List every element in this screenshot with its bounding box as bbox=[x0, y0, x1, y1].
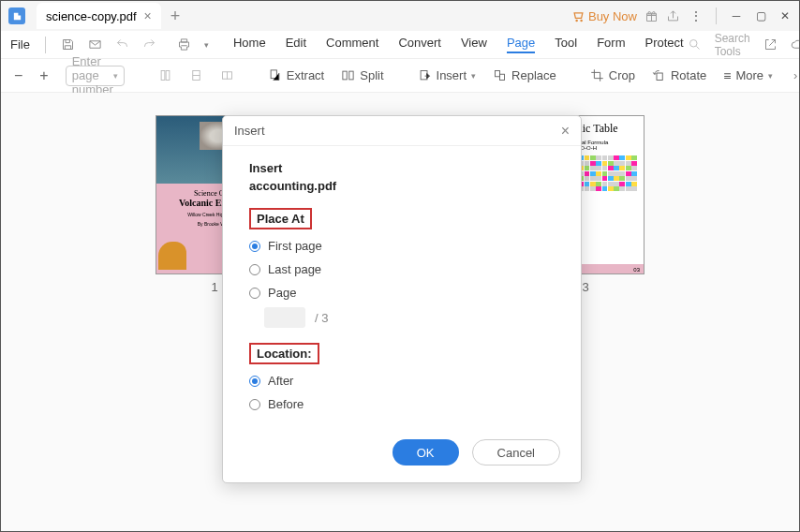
location-label: Location: bbox=[249, 343, 319, 364]
document-tab[interactable]: science-copy.pdf × bbox=[37, 3, 161, 29]
svg-rect-11 bbox=[657, 73, 662, 81]
tab-form[interactable]: Form bbox=[597, 36, 625, 53]
radio-first-page[interactable]: First page bbox=[249, 239, 555, 253]
tab-title: science-copy.pdf bbox=[46, 9, 137, 23]
dialog-title: Insert bbox=[234, 124, 265, 138]
svg-rect-6 bbox=[343, 71, 347, 80]
app-icon bbox=[8, 7, 25, 24]
page-number-label: 3 bbox=[582, 280, 588, 294]
page-number-input[interactable]: Enter page number ▾ bbox=[66, 66, 125, 86]
redo-icon[interactable] bbox=[142, 37, 156, 52]
chevron-down-icon: ▾ bbox=[113, 71, 118, 81]
svg-point-0 bbox=[689, 40, 697, 48]
tab-tool[interactable]: Tool bbox=[555, 36, 577, 53]
save-icon[interactable] bbox=[61, 37, 75, 52]
minimize-button[interactable]: ─ bbox=[728, 7, 745, 24]
crop-button[interactable]: Crop bbox=[590, 68, 635, 82]
insert-filename: accounting.pdf bbox=[249, 179, 555, 193]
search-tools-placeholder[interactable]: Search Tools bbox=[715, 32, 750, 58]
rotate-button[interactable]: Rotate bbox=[652, 68, 706, 82]
buy-now-link[interactable]: Buy Now bbox=[571, 9, 637, 23]
zoom-in-button[interactable]: + bbox=[39, 67, 48, 84]
radio-page[interactable]: Page bbox=[249, 286, 555, 300]
svg-rect-7 bbox=[349, 71, 353, 80]
print-icon[interactable] bbox=[177, 37, 191, 52]
kebab-menu-icon[interactable]: ⋮ bbox=[688, 7, 704, 24]
titlebar: science-copy.pdf × + Buy Now ⋮ ─ ▢ ✕ bbox=[1, 1, 799, 31]
svg-rect-2 bbox=[166, 71, 170, 81]
tab-view[interactable]: View bbox=[461, 36, 487, 53]
tab-home[interactable]: Home bbox=[233, 36, 266, 53]
page-layout-icon-1[interactable] bbox=[158, 68, 172, 82]
tab-convert[interactable]: Convert bbox=[398, 36, 441, 53]
tab-page[interactable]: Page bbox=[507, 36, 535, 53]
tab-edit[interactable]: Edit bbox=[286, 36, 306, 53]
maximize-button[interactable]: ▢ bbox=[752, 7, 769, 24]
tab-comment[interactable]: Comment bbox=[326, 36, 378, 53]
extract-button[interactable]: Extract bbox=[268, 68, 324, 82]
menu-tabs: Home Edit Comment Convert View Page Tool… bbox=[233, 36, 684, 53]
menubar: File ▾ Home Edit Comment Convert View Pa… bbox=[1, 31, 799, 59]
open-external-icon[interactable] bbox=[763, 37, 778, 52]
radio-before[interactable]: Before bbox=[249, 397, 555, 411]
chevron-right-icon[interactable]: › bbox=[793, 68, 797, 82]
ok-button[interactable]: OK bbox=[393, 439, 459, 466]
place-at-label: Place At bbox=[249, 208, 312, 229]
page-toolbar: − + Enter page number ▾ Extract Split In… bbox=[1, 59, 799, 93]
new-tab-button[interactable]: + bbox=[170, 7, 181, 26]
dialog-header: Insert × bbox=[223, 116, 581, 146]
close-window-button[interactable]: ✕ bbox=[777, 7, 793, 24]
insert-button[interactable]: Insert▾ bbox=[418, 68, 477, 82]
insert-dialog: Insert × Insert accounting.pdf Place At … bbox=[222, 115, 582, 483]
svg-rect-9 bbox=[496, 71, 500, 77]
page-total-label: / 3 bbox=[315, 311, 328, 325]
page-layout-icon-2[interactable] bbox=[189, 68, 203, 82]
replace-button[interactable]: Replace bbox=[493, 68, 556, 82]
mail-icon[interactable] bbox=[88, 37, 102, 52]
radio-last-page[interactable]: Last page bbox=[249, 262, 555, 276]
close-icon[interactable]: × bbox=[561, 123, 570, 140]
more-button[interactable]: ≡More▾ bbox=[723, 68, 773, 83]
zoom-out-button[interactable]: − bbox=[14, 67, 22, 84]
chevron-down-icon[interactable]: ▾ bbox=[204, 40, 209, 50]
svg-rect-10 bbox=[500, 74, 505, 80]
cancel-button[interactable]: Cancel bbox=[472, 439, 560, 466]
radio-after[interactable]: After bbox=[249, 374, 555, 388]
insert-section-label: Insert bbox=[249, 161, 555, 175]
cloud-icon[interactable] bbox=[791, 37, 800, 52]
file-menu[interactable]: File bbox=[10, 37, 30, 52]
svg-rect-8 bbox=[421, 71, 427, 80]
close-icon[interactable]: × bbox=[144, 8, 152, 23]
search-icon[interactable] bbox=[688, 37, 702, 52]
page-number-field[interactable] bbox=[264, 307, 305, 328]
page-number-label: 1 bbox=[211, 280, 217, 294]
undo-icon[interactable] bbox=[115, 37, 129, 52]
gift-icon[interactable] bbox=[644, 9, 659, 23]
split-button[interactable]: Split bbox=[341, 68, 383, 82]
page-layout-icon-3[interactable] bbox=[220, 68, 234, 82]
share-icon[interactable] bbox=[666, 9, 680, 23]
tab-protect[interactable]: Protect bbox=[644, 36, 683, 53]
svg-rect-1 bbox=[161, 71, 165, 81]
